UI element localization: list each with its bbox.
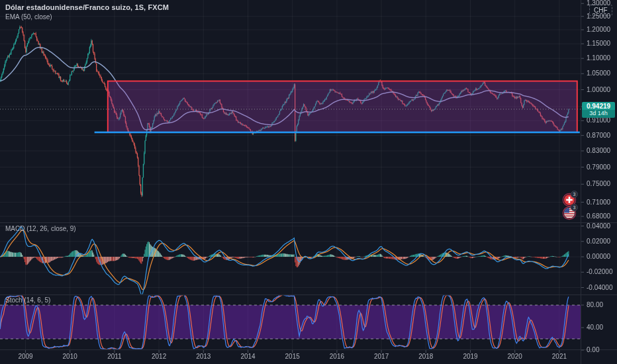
time-axis[interactable] [0,349,581,364]
price-axis[interactable] [581,0,617,349]
last-price-value: 0.94219 [582,102,615,110]
chart-canvas[interactable] [0,0,617,364]
last-price-label: 0.94219 3d 14h [582,102,615,118]
trading-chart-window: Dólar estadounidense/Franco suizo, 1S, F… [0,0,617,364]
swiss-flag-icon[interactable]: 3 [562,193,577,207]
bar-countdown: 3d 14h [582,110,615,118]
currency-button[interactable]: CHF [589,5,612,16]
us-flag-icon[interactable]: 3 [562,206,577,220]
